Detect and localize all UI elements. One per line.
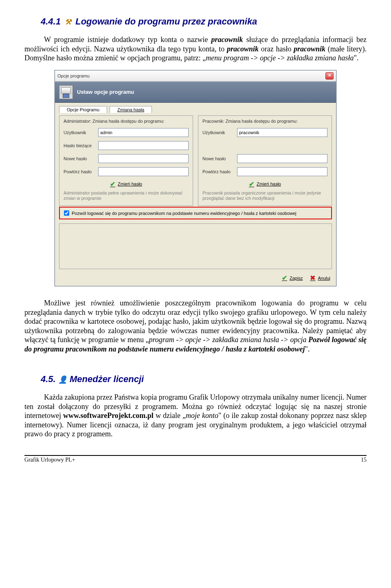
close-button[interactable]: ✕ xyxy=(325,72,334,80)
label-repeat-password: Powtórz hasło xyxy=(202,169,237,174)
pane-admin: Administrator: Zmiana hasła dostępu do p… xyxy=(59,115,193,206)
section-heading-4-5: 4.5. 👤 Menedżer licencji xyxy=(41,374,367,385)
text: oraz hasło xyxy=(259,45,294,53)
text: w dziale „ xyxy=(154,411,186,420)
section-title: Menedżer licencji xyxy=(70,374,144,384)
admin-change-label: Zmień hasło xyxy=(118,181,142,186)
check-icon: ✔ xyxy=(282,274,287,282)
admin-change-password-button[interactable]: ✔ Zmień hasło xyxy=(64,180,189,188)
pane-worker-title: Pracownik: Zmiana hasła dostępu do progr… xyxy=(202,119,327,124)
label-repeat-password: Powtórz hasło xyxy=(64,169,98,174)
footer-left: Grafik Urlopowy PL+ xyxy=(24,457,75,463)
x-icon: ✖ xyxy=(310,274,315,282)
page-footer: Grafik Urlopowy PL+ 15 xyxy=(24,455,367,463)
paragraph-1: W programie istnieje dodatkowy typ konta… xyxy=(24,35,367,63)
empty-panel xyxy=(59,223,332,269)
label-new-password: Nowe hasło xyxy=(202,156,237,161)
section-number: 4.5. xyxy=(41,374,56,384)
cancel-label: Anuluj xyxy=(318,276,330,281)
text-bold: pracownik xyxy=(211,35,243,44)
menu-path: menu program -> opcje -> zakładka zmiana… xyxy=(206,54,354,62)
worker-note: Pracownik posiada organiczone uprawnieni… xyxy=(202,190,327,202)
allow-worker-login-checkbox[interactable] xyxy=(64,210,69,216)
text-bold: pracownik xyxy=(227,45,259,53)
paragraph-3: Każda zakupiona przez Państwa kopia prog… xyxy=(24,393,367,439)
check-icon: ✔ xyxy=(110,180,115,188)
window-title: Opcje programu xyxy=(57,73,90,78)
text: ". xyxy=(354,54,358,62)
url: www.softwareProjekt.com.pl xyxy=(63,411,154,420)
text: ". xyxy=(305,345,310,353)
label-current-password: Hasło bieżące xyxy=(64,143,98,148)
titlebar: Opcje programu ✕ xyxy=(55,71,336,82)
save-label: Zapisz xyxy=(290,276,303,281)
input-admin-user[interactable] xyxy=(98,128,189,137)
input-admin-new-password[interactable] xyxy=(98,154,189,163)
tab-zmiana-hasla[interactable]: Zmiana hasła xyxy=(110,106,152,113)
options-icon xyxy=(59,85,73,99)
tools-icon: ⚒ xyxy=(65,18,71,27)
label-new-password: Nowe hasło xyxy=(64,156,98,161)
ribbon-title: Ustaw opcje programu xyxy=(77,89,134,95)
text: W programie istnieje dodatkowy typ konta… xyxy=(44,35,211,44)
cancel-button[interactable]: ✖ Anuluj xyxy=(310,274,330,282)
ribbon: Ustaw opcje programu xyxy=(55,82,336,103)
tab-opcje-programu[interactable]: Opcje Programu xyxy=(59,106,107,113)
paragraph-2: Możliwe jest również umożliwienie poszcz… xyxy=(24,298,367,354)
section-title: Logowanie do programu przez pracownika xyxy=(75,16,257,27)
section-heading-4-4-1: 4.4.1 ⚒ Logowanie do programu przez prac… xyxy=(41,16,367,27)
pane-admin-title: Administrator: Zmiana hasła dostępu do p… xyxy=(64,119,189,124)
input-worker-user[interactable] xyxy=(237,128,327,137)
section-number: 4.4.1 xyxy=(41,16,61,27)
page-number: 15 xyxy=(361,457,367,463)
options-dialog: Opcje programu ✕ Ustaw opcje programu Op… xyxy=(55,70,336,287)
allow-worker-login-option[interactable]: Pozwól logować się do programu pracownik… xyxy=(59,207,332,219)
input-worker-new-password[interactable] xyxy=(237,154,327,163)
admin-note: Administrator posiada pełne uprawnienia … xyxy=(64,190,189,202)
label-user: Użytkownik xyxy=(202,130,237,135)
worker-change-password-button[interactable]: ✔ Zmień hasło xyxy=(202,180,327,188)
input-worker-repeat-password[interactable] xyxy=(237,167,327,176)
pane-worker: Pracownik: Zmiana hasła dostępu do progr… xyxy=(198,115,332,206)
input-admin-current-password[interactable] xyxy=(98,141,189,150)
save-button[interactable]: ✔ Zapisz xyxy=(282,274,303,282)
allow-worker-login-label: Pozwól logować się do programu pracownik… xyxy=(72,211,297,216)
person-icon: 👤 xyxy=(58,376,67,384)
menu-path: program -> opcje -> zakładka zmiana hasł… xyxy=(149,336,308,344)
worker-change-label: Zmień hasło xyxy=(257,181,281,186)
tabs-row: Opcje Programu Zmiana hasła xyxy=(55,103,336,113)
text-bold: pracownik xyxy=(294,45,325,53)
label-user: Użytkownik xyxy=(64,130,98,135)
check-icon: ✔ xyxy=(249,180,254,188)
input-admin-repeat-password[interactable] xyxy=(98,167,189,176)
link-name: moje konto xyxy=(186,411,218,420)
